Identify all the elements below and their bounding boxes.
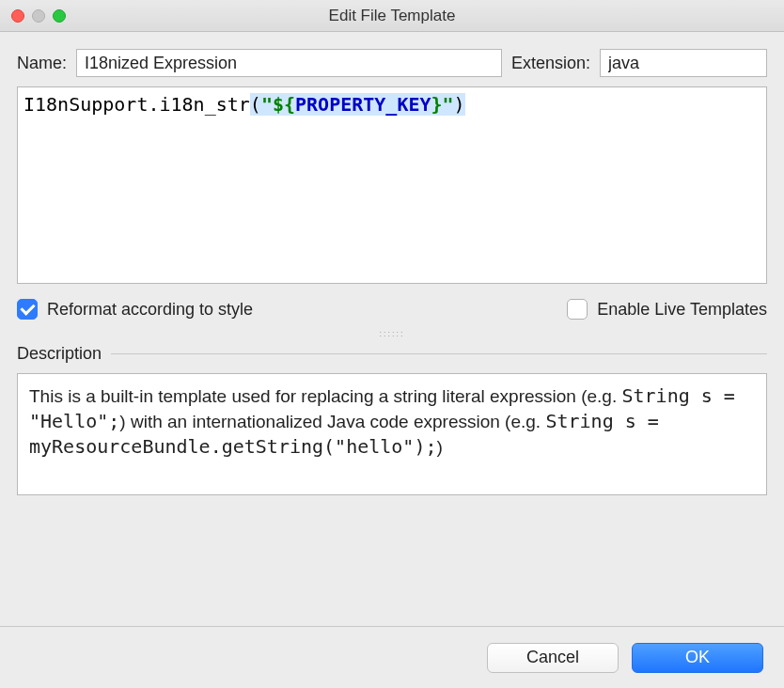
ok-button[interactable]: OK [632,643,763,673]
description-label: Description [17,344,102,364]
dialog-footer: Cancel OK [0,626,784,688]
live-templates-label: Enable Live Templates [597,300,767,320]
code-selection: ("${PROPERTY_KEY}") [250,93,465,116]
description-text: This is a built-in template used for rep… [17,373,767,495]
reformat-label: Reformat according to style [47,300,253,320]
minimize-icon [32,9,45,23]
close-icon[interactable] [11,9,24,23]
window-title: Edit File Template [0,7,784,25]
code-text: I18nSupport.i18n_str [24,93,250,116]
extension-input[interactable] [600,49,767,77]
zoom-icon[interactable] [53,9,66,23]
dialog-content: Name: Extension: I18nSupport.i18n_str("$… [0,32,784,495]
titlebar: Edit File Template [0,0,784,32]
resize-grip-icon[interactable]: :::::: [17,329,767,338]
window-controls [0,9,66,23]
options-row: Reformat according to style Enable Live … [17,299,767,320]
reformat-checkbox[interactable] [17,299,38,320]
name-extension-row: Name: Extension: [17,49,767,77]
cancel-button[interactable]: Cancel [487,643,619,673]
divider [111,353,767,354]
name-label: Name: [17,54,67,73]
template-code-editor[interactable]: I18nSupport.i18n_str("${PROPERTY_KEY}") [17,86,767,284]
name-input[interactable] [76,49,502,77]
live-templates-checkbox[interactable] [567,299,588,320]
extension-label: Extension: [511,54,590,73]
description-header: Description [17,344,767,364]
